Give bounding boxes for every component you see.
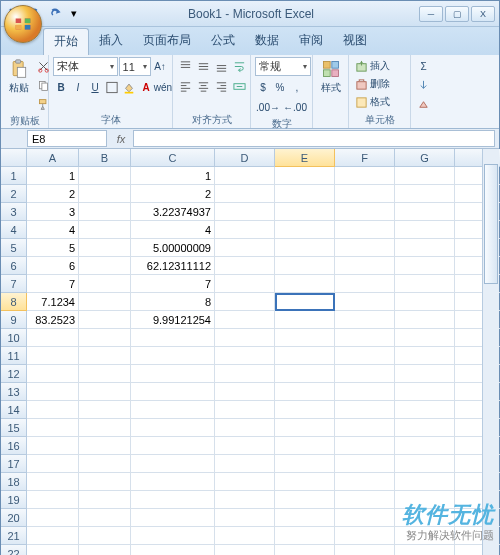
cell-E2[interactable] — [275, 185, 335, 203]
name-box[interactable]: E8 — [27, 130, 107, 147]
cell-B15[interactable] — [79, 419, 131, 437]
cell-D14[interactable] — [215, 401, 275, 419]
col-header-G[interactable]: G — [395, 149, 455, 167]
cell-F2[interactable] — [335, 185, 395, 203]
cell-B22[interactable] — [79, 545, 131, 555]
cell-B5[interactable] — [79, 239, 131, 257]
cell-E7[interactable] — [275, 275, 335, 293]
cell-E15[interactable] — [275, 419, 335, 437]
cell-D10[interactable] — [215, 329, 275, 347]
cell-G19[interactable] — [395, 491, 455, 509]
cell-C15[interactable] — [131, 419, 215, 437]
cell-E11[interactable] — [275, 347, 335, 365]
cell-C16[interactable] — [131, 437, 215, 455]
cell-G8[interactable] — [395, 293, 455, 311]
cell-E1[interactable] — [275, 167, 335, 185]
cell-E18[interactable] — [275, 473, 335, 491]
vertical-scrollbar[interactable] — [482, 149, 499, 555]
minimize-button[interactable]: ─ — [419, 6, 443, 22]
cell-E6[interactable] — [275, 257, 335, 275]
cell-E16[interactable] — [275, 437, 335, 455]
decrease-decimal-icon[interactable]: ←.00 — [282, 98, 308, 116]
font-size-combo[interactable]: 11▾ — [119, 57, 151, 76]
border-icon[interactable] — [104, 78, 120, 96]
cell-C10[interactable] — [131, 329, 215, 347]
increase-decimal-icon[interactable]: .00→ — [255, 98, 281, 116]
cell-D12[interactable] — [215, 365, 275, 383]
cell-C2[interactable]: 2 — [131, 185, 215, 203]
cell-F4[interactable] — [335, 221, 395, 239]
cell-C20[interactable] — [131, 509, 215, 527]
cell-G6[interactable] — [395, 257, 455, 275]
cell-B2[interactable] — [79, 185, 131, 203]
cell-A21[interactable] — [27, 527, 79, 545]
cell-F1[interactable] — [335, 167, 395, 185]
ribbon-tab-6[interactable]: 视图 — [333, 28, 377, 55]
cell-A5[interactable]: 5 — [27, 239, 79, 257]
cell-C7[interactable]: 7 — [131, 275, 215, 293]
cell-F8[interactable] — [335, 293, 395, 311]
cell-F3[interactable] — [335, 203, 395, 221]
cell-B9[interactable] — [79, 311, 131, 329]
cell-C19[interactable] — [131, 491, 215, 509]
cell-D3[interactable] — [215, 203, 275, 221]
cell-styles-button[interactable]: 样式 — [317, 57, 345, 97]
cell-G20[interactable] — [395, 509, 455, 527]
cell-G4[interactable] — [395, 221, 455, 239]
cell-D7[interactable] — [215, 275, 275, 293]
row-header-11[interactable]: 11 — [1, 347, 27, 365]
cell-B6[interactable] — [79, 257, 131, 275]
cell-B14[interactable] — [79, 401, 131, 419]
ribbon-tab-4[interactable]: 数据 — [245, 28, 289, 55]
row-header-3[interactable]: 3 — [1, 203, 27, 221]
cell-D2[interactable] — [215, 185, 275, 203]
align-right-icon[interactable] — [213, 77, 230, 95]
cell-A13[interactable] — [27, 383, 79, 401]
cell-G18[interactable] — [395, 473, 455, 491]
cell-F22[interactable] — [335, 545, 395, 555]
row-header-19[interactable]: 19 — [1, 491, 27, 509]
row-header-17[interactable]: 17 — [1, 455, 27, 473]
row-header-18[interactable]: 18 — [1, 473, 27, 491]
cell-A17[interactable] — [27, 455, 79, 473]
align-left-icon[interactable] — [177, 77, 194, 95]
cell-G1[interactable] — [395, 167, 455, 185]
cell-A8[interactable]: 7.1234 — [27, 293, 79, 311]
cell-A3[interactable]: 3 — [27, 203, 79, 221]
cell-C8[interactable]: 8 — [131, 293, 215, 311]
cell-D4[interactable] — [215, 221, 275, 239]
currency-icon[interactable]: $ — [255, 78, 271, 96]
autosum-icon[interactable]: Σ — [415, 57, 432, 75]
paste-button[interactable]: 粘贴 — [5, 57, 33, 97]
cell-E4[interactable] — [275, 221, 335, 239]
maximize-button[interactable]: ▢ — [445, 6, 469, 22]
cell-E21[interactable] — [275, 527, 335, 545]
row-header-22[interactable]: 22 — [1, 545, 27, 555]
comma-icon[interactable]: , — [289, 78, 305, 96]
ribbon-tab-0[interactable]: 开始 — [43, 28, 89, 55]
cell-D1[interactable] — [215, 167, 275, 185]
grow-font-icon[interactable]: A↑ — [152, 58, 168, 76]
close-button[interactable]: X — [471, 6, 495, 22]
cell-F16[interactable] — [335, 437, 395, 455]
italic-button[interactable]: I — [70, 78, 86, 96]
cell-F19[interactable] — [335, 491, 395, 509]
cell-D19[interactable] — [215, 491, 275, 509]
cell-E20[interactable] — [275, 509, 335, 527]
row-header-21[interactable]: 21 — [1, 527, 27, 545]
cell-E19[interactable] — [275, 491, 335, 509]
cell-D22[interactable] — [215, 545, 275, 555]
row-header-14[interactable]: 14 — [1, 401, 27, 419]
cell-F18[interactable] — [335, 473, 395, 491]
cell-D9[interactable] — [215, 311, 275, 329]
cell-A14[interactable] — [27, 401, 79, 419]
align-top-icon[interactable] — [177, 57, 194, 75]
cell-D11[interactable] — [215, 347, 275, 365]
row-header-16[interactable]: 16 — [1, 437, 27, 455]
row-header-8[interactable]: 8 — [1, 293, 27, 311]
cell-B1[interactable] — [79, 167, 131, 185]
qat-more-icon[interactable]: ▾ — [65, 5, 83, 23]
cell-B12[interactable] — [79, 365, 131, 383]
cell-C21[interactable] — [131, 527, 215, 545]
cell-F20[interactable] — [335, 509, 395, 527]
